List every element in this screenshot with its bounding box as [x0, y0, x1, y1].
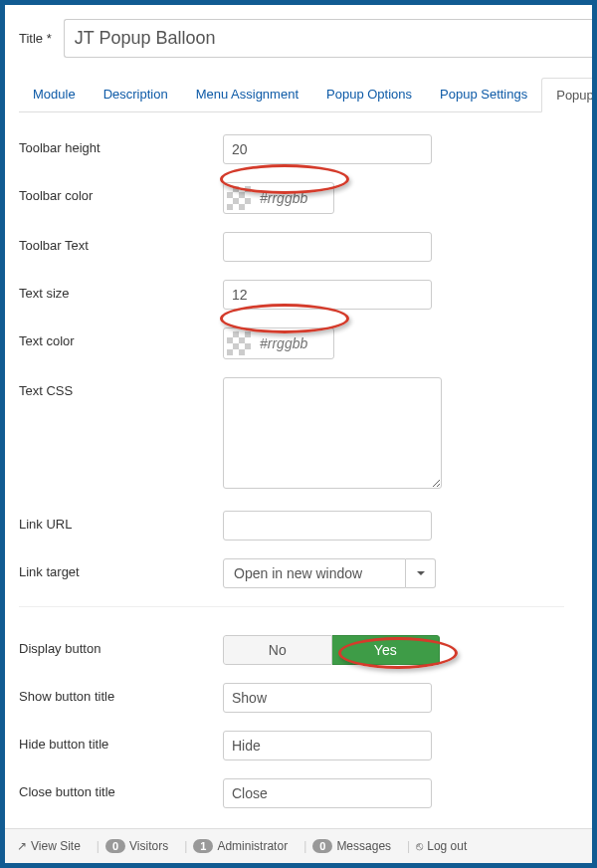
- tab-popup-options[interactable]: Popup Options: [312, 78, 426, 111]
- text-css-label: Text CSS: [19, 377, 223, 398]
- messages-stat[interactable]: 0Messages: [312, 839, 391, 853]
- link-url-input[interactable]: [223, 511, 432, 541]
- tab-popup-settings[interactable]: Popup Settings: [426, 78, 541, 111]
- tab-menu-assignment[interactable]: Menu Assignment: [182, 78, 312, 111]
- display-button-label: Display button: [19, 635, 223, 656]
- view-site-link[interactable]: ↗View Site: [17, 839, 81, 853]
- toolbar-text-label: Toolbar Text: [19, 232, 223, 253]
- visitors-badge: 0: [105, 839, 125, 853]
- power-icon: ⎋: [416, 839, 423, 853]
- toolbar-color-picker[interactable]: [223, 182, 334, 214]
- text-size-input[interactable]: [223, 280, 432, 310]
- title-input[interactable]: [64, 19, 592, 58]
- text-color-picker[interactable]: [223, 327, 334, 359]
- close-button-title-label: Close button title: [19, 778, 223, 799]
- tabs: Module Description Menu Assignment Popup…: [19, 78, 592, 112]
- toolbar-color-label: Toolbar color: [19, 182, 223, 203]
- toolbar-height-input[interactable]: [223, 134, 432, 164]
- external-link-icon: ↗: [17, 839, 27, 853]
- text-color-input[interactable]: [254, 331, 333, 355]
- link-target-label: Link target: [19, 558, 223, 579]
- link-target-value: Open in new window: [223, 558, 406, 588]
- title-label: Title *: [19, 31, 52, 46]
- tab-popup[interactable]: Popup: [541, 78, 597, 112]
- text-color-label: Text color: [19, 327, 223, 348]
- show-button-title-input[interactable]: [223, 683, 432, 713]
- toolbar-color-input[interactable]: [254, 186, 333, 210]
- tab-description[interactable]: Description: [90, 78, 182, 111]
- chevron-down-icon: [406, 558, 436, 588]
- close-button-title-input[interactable]: [223, 778, 432, 808]
- text-css-textarea[interactable]: [223, 377, 442, 489]
- color-swatch-icon: [227, 331, 251, 355]
- link-url-label: Link URL: [19, 511, 223, 532]
- divider: [19, 606, 564, 607]
- display-button-no[interactable]: No: [223, 635, 332, 665]
- color-swatch-icon: [227, 186, 251, 210]
- link-target-select[interactable]: Open in new window: [223, 558, 436, 588]
- hide-button-title-input[interactable]: [223, 731, 432, 760]
- tab-module[interactable]: Module: [19, 78, 90, 111]
- show-button-title-label: Show button title: [19, 683, 223, 704]
- status-bar: ↗View Site | 0Visitors | 1Administrator …: [5, 828, 592, 863]
- display-button-toggle: No Yes: [223, 635, 440, 665]
- logout-link[interactable]: ⎋Log out: [416, 839, 467, 853]
- admin-badge: 1: [193, 839, 213, 853]
- toolbar-height-label: Toolbar height: [19, 134, 223, 155]
- text-size-label: Text size: [19, 280, 223, 301]
- toolbar-text-input[interactable]: [223, 232, 432, 262]
- admin-stat[interactable]: 1Administrator: [193, 839, 288, 853]
- display-button-yes[interactable]: Yes: [332, 635, 441, 665]
- hide-button-title-label: Hide button title: [19, 731, 223, 752]
- messages-badge: 0: [312, 839, 332, 853]
- visitors-stat[interactable]: 0Visitors: [105, 839, 168, 853]
